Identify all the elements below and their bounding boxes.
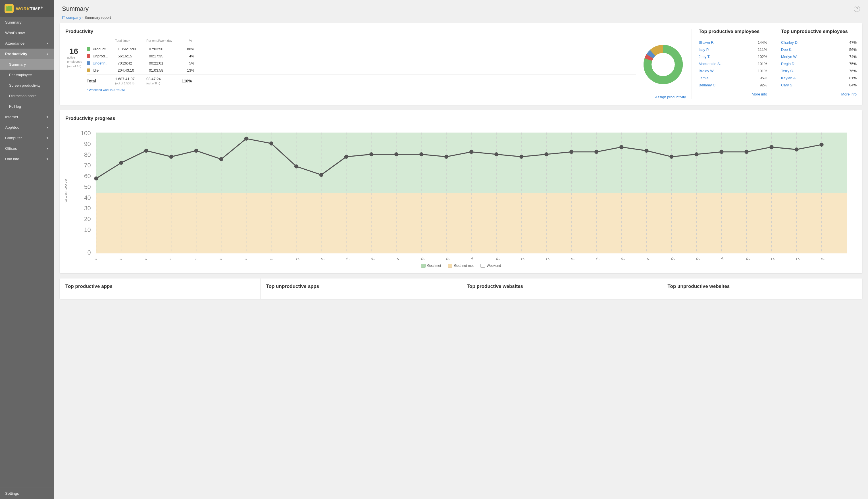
sidebar-item-offices[interactable]: Offices ▼	[0, 143, 54, 154]
top-unproductive-apps-title: Top unproductive apps	[266, 283, 455, 289]
data-point	[570, 150, 573, 154]
sidebar-item-appdoc[interactable]: App/doc ▼	[0, 122, 54, 133]
chevron-down-icon: ▼	[46, 136, 49, 139]
data-point	[669, 155, 673, 159]
assign-productivity-link[interactable]: Assign productivity	[65, 95, 686, 99]
x-axis-label: 1/12	[339, 256, 351, 260]
svg-text:90: 90	[84, 141, 91, 147]
sidebar-item-per-employee[interactable]: Per employee	[0, 70, 54, 80]
data-point	[394, 152, 398, 156]
sidebar-item-distraction-score[interactable]: Distraction score	[0, 91, 54, 101]
x-axis-label: 1/19	[514, 256, 526, 260]
top-unproductive-employee-link[interactable]: Terry C.	[781, 69, 794, 73]
undefined-pct: 5%	[180, 61, 194, 65]
unproductive-label: Unprod...	[93, 54, 118, 58]
top-unproductive-employee-link[interactable]: Dee K.	[781, 47, 792, 52]
sidebar-item-whats-now[interactable]: What's now	[0, 27, 54, 38]
top-unproductive-employee-link[interactable]: Kaylan A.	[781, 76, 797, 80]
top-unproductive-employee-pct: 81%	[849, 76, 857, 80]
top-productive-employee-pct: 144%	[758, 40, 767, 45]
top-productive-employee-row: Joey T.102%	[699, 53, 767, 60]
sidebar-item-computer[interactable]: Computer ▼	[0, 133, 54, 143]
data-point	[294, 164, 298, 168]
top-productive-employee-pct: 101%	[758, 62, 767, 66]
top-unproductive-employee-pct: 74%	[849, 54, 857, 59]
data-point	[194, 149, 198, 153]
top-unproductive-employee-row: Cary S.84%	[781, 82, 857, 89]
svg-text:0: 0	[87, 249, 91, 256]
top-productive-section: Top productive employees Shawn F.144%Iss…	[692, 29, 774, 99]
top-unproductive-employee-pct: 84%	[849, 83, 857, 87]
top-unproductive-employee-pct: 56%	[849, 47, 857, 52]
table-header: Total time* Per empl/work day %	[87, 39, 636, 44]
top-productive-websites-title: Top productive websites	[467, 283, 656, 289]
sidebar-item-internet[interactable]: Internet ▼	[0, 112, 54, 122]
data-point	[219, 157, 223, 161]
undefined-dot	[87, 61, 90, 65]
top-unproductive-employee-link[interactable]: Regin D.	[781, 62, 796, 66]
help-icon[interactable]: ?	[854, 6, 860, 12]
top-productive-employee-link[interactable]: Shawn F.	[699, 40, 714, 45]
productivity-card: Productivity 16 active employees (out of…	[60, 23, 862, 105]
x-axis-label: 1/6	[190, 257, 199, 260]
data-point	[644, 149, 648, 153]
top-productive-employee-link[interactable]: Bellamy C.	[699, 83, 717, 87]
top-productive-more-info[interactable]: More info	[699, 92, 767, 96]
svg-text:100: 100	[81, 130, 90, 137]
top-productive-employee-link[interactable]: Braidy W.	[699, 69, 714, 73]
data-point	[620, 145, 623, 149]
top-productive-employee-link[interactable]: Issy P.	[699, 47, 709, 52]
sidebar-item-screen-productivity[interactable]: Screen productivity	[0, 80, 54, 91]
productivity-section-title: Productivity	[65, 29, 686, 34]
top-productive-employee-link[interactable]: Mackenzie S.	[699, 62, 721, 66]
x-axis-label: 1/25	[664, 256, 676, 260]
x-axis-label: 1/8	[240, 257, 249, 260]
settings-item[interactable]: Settings	[0, 488, 54, 499]
sidebar-item-summary[interactable]: Summary	[0, 17, 54, 27]
top-unproductive-more-info-link[interactable]: More info	[841, 92, 857, 96]
x-axis-label: 1/14	[389, 256, 401, 260]
top-productive-employee-row: Shawn F.144%	[699, 39, 767, 46]
x-axis-label: 1/3	[115, 257, 124, 260]
sidebar-item-unit-info[interactable]: Unit info ▼	[0, 154, 54, 164]
top-unproductive-more-info[interactable]: More info	[781, 92, 857, 96]
top-productive-title: Top productive employees	[699, 29, 767, 34]
unproductive-total: 56:16:15	[118, 54, 149, 58]
total-per: 08:47:24 (out of 8 h)	[146, 77, 178, 85]
x-axis-label: 1/11	[314, 256, 326, 260]
top-productive-more-info-link[interactable]: More info	[752, 92, 767, 96]
weekend-link[interactable]: * Weekend work is 57:50:51	[87, 88, 125, 92]
top-productive-apps-col: Top productive apps	[60, 279, 260, 299]
sidebar-item-attendance[interactable]: Attendance ▼	[0, 38, 54, 49]
productivity-card-inner: Productivity 16 active employees (out of…	[65, 29, 857, 99]
productive-total: 1 356:15:00	[118, 47, 149, 51]
breadcrumb-company-link[interactable]: IT company	[62, 15, 81, 20]
svg-text:30: 30	[84, 205, 91, 212]
top-productive-employee-link[interactable]: Joey T.	[699, 54, 710, 59]
page-title: Summary	[62, 5, 89, 12]
sidebar-item-sub-summary[interactable]: Summary	[0, 59, 54, 70]
sidebar-item-productivity[interactable]: Productivity ▲	[0, 49, 54, 59]
col-header-total: Total time*	[115, 39, 146, 42]
x-axis-label: 1/18	[489, 256, 501, 260]
undefined-link[interactable]: Undefin...	[93, 61, 109, 65]
top-unproductive-employee-link[interactable]: Merlyn W.	[781, 54, 797, 59]
x-axis-label: 1/22	[589, 256, 601, 260]
x-axis-label: 1/20	[539, 256, 551, 260]
x-axis-label: 1/7	[215, 257, 224, 260]
top-unproductive-employee-link[interactable]: Cary S.	[781, 83, 793, 87]
data-point	[419, 152, 423, 156]
top-productive-apps-title: Top productive apps	[65, 283, 255, 289]
assign-productivity-anchor[interactable]: Assign productivity	[655, 95, 686, 99]
top-unproductive-apps-col: Top unproductive apps	[260, 279, 462, 299]
donut-chart	[640, 39, 686, 90]
top-productive-employee-link[interactable]: Jamie F.	[699, 76, 712, 80]
top-unproductive-employee-link[interactable]: Charley D.	[781, 40, 798, 45]
x-axis-label: 1/27	[714, 256, 726, 260]
top-unproductive-employee-pct: 75%	[849, 62, 857, 66]
idle-label: Idle	[93, 68, 118, 72]
data-point	[144, 149, 148, 153]
sidebar-item-full-log[interactable]: Full log	[0, 101, 54, 112]
svg-text:40: 40	[84, 194, 91, 201]
svg-rect-6	[96, 133, 847, 193]
